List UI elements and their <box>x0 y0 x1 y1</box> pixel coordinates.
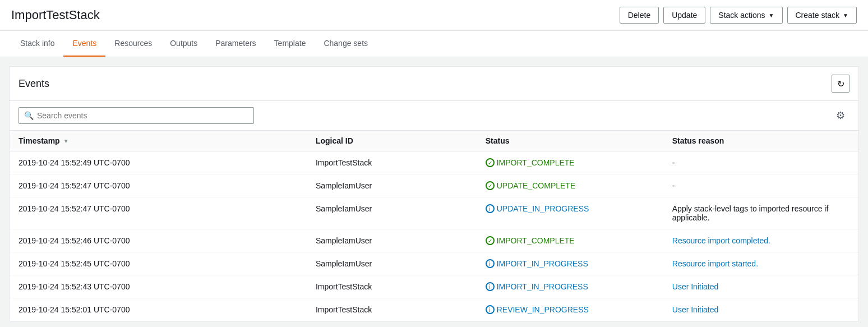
panel-title: Events <box>19 78 49 90</box>
cell-status-reason: User Initiated <box>663 275 858 298</box>
cell-logical-id: SampleIamUser <box>307 174 477 197</box>
cell-status-reason: Apply stack-level tags to imported resou… <box>663 197 858 229</box>
status-reason-link[interactable]: User Initiated <box>672 282 718 291</box>
status-text: IMPORT_IN_PROGRESS <box>497 282 588 291</box>
cell-status: ✓IMPORT_COMPLETE <box>477 151 663 174</box>
page-title: ImportTestStack <box>11 8 100 22</box>
cell-logical-id: SampleIamUser <box>307 197 477 229</box>
top-actions: Delete Update Stack actions Create stack <box>620 7 857 24</box>
col-header-status-reason: Status reason <box>663 131 858 151</box>
tab-events[interactable]: Events <box>63 31 105 57</box>
status-check-icon: ✓ <box>486 181 495 190</box>
status-text: IMPORT_COMPLETE <box>497 158 575 167</box>
cell-timestamp: 2019-10-24 15:52:47 UTC-0700 <box>10 174 307 197</box>
search-input[interactable] <box>19 107 254 124</box>
top-bar: ImportTestStack Delete Update Stack acti… <box>0 0 868 31</box>
col-header-status: Status <box>477 131 663 151</box>
cell-logical-id: SampleIamUser <box>307 252 477 275</box>
table-row: 2019-10-24 15:52:46 UTC-0700SampleIamUse… <box>10 229 858 252</box>
main-content: Events ↻ 🔍 ⚙ Timestamp ▼ <box>0 57 868 327</box>
sort-icon: ▼ <box>63 138 69 144</box>
update-button[interactable]: Update <box>663 7 705 24</box>
tab-parameters[interactable]: Parameters <box>206 31 265 57</box>
events-panel: Events ↻ 🔍 ⚙ Timestamp ▼ <box>9 66 859 321</box>
cell-timestamp: 2019-10-24 15:52:47 UTC-0700 <box>10 197 307 229</box>
cell-status: iREVIEW_IN_PROGRESS <box>477 298 663 321</box>
status-reason-link[interactable]: Resource import completed. <box>672 236 770 245</box>
cell-logical-id: ImportTestStack <box>307 298 477 321</box>
table-row: 2019-10-24 15:52:47 UTC-0700SampleIamUse… <box>10 197 858 229</box>
search-wrapper: 🔍 <box>19 107 254 124</box>
col-header-logical-id: Logical ID <box>307 131 477 151</box>
cell-logical-id: SampleIamUser <box>307 229 477 252</box>
cell-status: ✓IMPORT_COMPLETE <box>477 229 663 252</box>
cell-status-reason: Resource import started. <box>663 252 858 275</box>
cell-timestamp: 2019-10-24 15:52:45 UTC-0700 <box>10 252 307 275</box>
status-check-icon: ✓ <box>486 158 495 167</box>
tab-template[interactable]: Template <box>265 31 315 57</box>
status-info-icon: i <box>486 282 495 291</box>
status-check-icon: ✓ <box>486 236 495 245</box>
cell-status: iIMPORT_IN_PROGRESS <box>477 275 663 298</box>
tab-change-sets[interactable]: Change sets <box>315 31 377 57</box>
table-row: 2019-10-24 15:52:49 UTC-0700ImportTestSt… <box>10 151 858 174</box>
table-row: 2019-10-24 15:52:45 UTC-0700SampleIamUse… <box>10 252 858 275</box>
cell-status-reason: User Initiated <box>663 298 858 321</box>
cell-status: ✓UPDATE_COMPLETE <box>477 174 663 197</box>
table-row: 2019-10-24 15:52:01 UTC-0700ImportTestSt… <box>10 298 858 321</box>
cell-timestamp: 2019-10-24 15:52:46 UTC-0700 <box>10 229 307 252</box>
status-text: IMPORT_IN_PROGRESS <box>497 259 588 268</box>
status-text: UPDATE_COMPLETE <box>497 181 576 190</box>
stack-actions-button[interactable]: Stack actions <box>710 7 782 24</box>
search-bar: 🔍 ⚙ <box>10 101 858 131</box>
status-text: UPDATE_IN_PROGRESS <box>497 204 589 213</box>
status-reason-link[interactable]: User Initiated <box>672 305 718 314</box>
cell-timestamp: 2019-10-24 15:52:43 UTC-0700 <box>10 275 307 298</box>
events-table: Timestamp ▼ Logical ID Status Status rea… <box>10 131 858 321</box>
cell-timestamp: 2019-10-24 15:52:01 UTC-0700 <box>10 298 307 321</box>
status-reason-link[interactable]: Resource import started. <box>672 259 758 268</box>
search-icon: 🔍 <box>24 111 34 120</box>
cell-status-reason: - <box>663 174 858 197</box>
status-text: REVIEW_IN_PROGRESS <box>497 305 589 314</box>
create-stack-button[interactable]: Create stack <box>787 7 857 24</box>
cell-logical-id: ImportTestStack <box>307 151 477 174</box>
table-row: 2019-10-24 15:52:43 UTC-0700ImportTestSt… <box>10 275 858 298</box>
refresh-button[interactable]: ↻ <box>832 75 849 93</box>
tab-resources[interactable]: Resources <box>105 31 161 57</box>
cell-status-reason: Resource import completed. <box>663 229 858 252</box>
tab-outputs[interactable]: Outputs <box>161 31 206 57</box>
status-info-icon: i <box>486 259 495 268</box>
settings-button[interactable]: ⚙ <box>832 107 849 125</box>
panel-header: Events ↻ <box>10 67 858 101</box>
status-info-icon: i <box>486 204 495 213</box>
cell-logical-id: ImportTestStack <box>307 275 477 298</box>
delete-button[interactable]: Delete <box>620 7 659 24</box>
cell-status: iIMPORT_IN_PROGRESS <box>477 252 663 275</box>
status-text: IMPORT_COMPLETE <box>497 236 575 245</box>
tab-stack-info[interactable]: Stack info <box>11 31 63 57</box>
cell-status-reason: - <box>663 151 858 174</box>
cell-timestamp: 2019-10-24 15:52:49 UTC-0700 <box>10 151 307 174</box>
status-info-icon: i <box>486 305 495 314</box>
col-header-timestamp[interactable]: Timestamp ▼ <box>10 131 307 151</box>
tab-bar: Stack info Events Resources Outputs Para… <box>0 31 868 57</box>
table-row: 2019-10-24 15:52:47 UTC-0700SampleIamUse… <box>10 174 858 197</box>
cell-status: iUPDATE_IN_PROGRESS <box>477 197 663 229</box>
